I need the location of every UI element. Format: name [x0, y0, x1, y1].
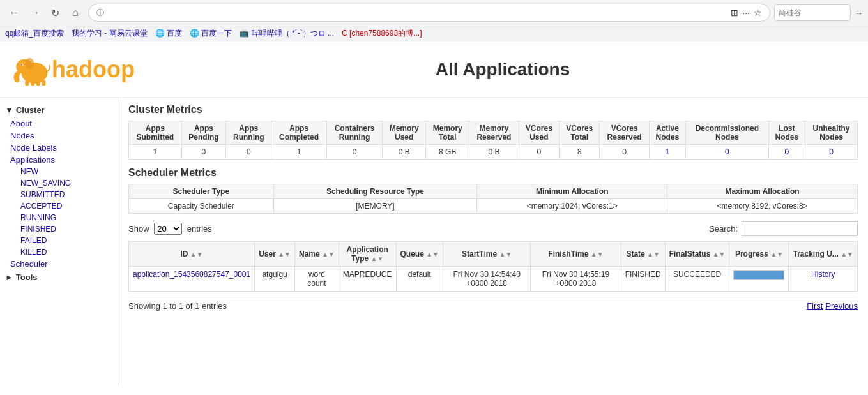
bookmark-qq[interactable]: qq邮箱_百度搜索	[5, 28, 64, 39]
start-sort-icon: ▲▼	[499, 251, 512, 258]
col-active-nodes: ActiveNodes	[649, 121, 685, 145]
val-vcores-used: 0	[519, 145, 559, 160]
bookmark-bilibili[interactable]: 📺 哔哩哔哩（ *´-`）つロ ...	[240, 28, 334, 39]
hadoop-elephant-icon: hadoop	[10, 52, 55, 87]
secure-icon: ⓘ	[96, 8, 104, 19]
sidebar-cluster-header[interactable]: ▼ Cluster	[0, 103, 118, 117]
sidebar-state-new[interactable]: NEW	[5, 166, 118, 177]
val-apps-running: 0	[226, 145, 271, 160]
url-input[interactable]: 192.168.23.101:8088/cluster	[108, 8, 727, 18]
showing-text: Showing 1 to 1 of 1 entries	[128, 301, 227, 311]
col-vcores-reserved: VCoresReserved	[600, 121, 649, 145]
sidebar-state-failed[interactable]: FAILED	[5, 235, 118, 246]
app-id-cell[interactable]: application_1543560827547_0001	[129, 267, 255, 292]
val-lost-nodes[interactable]: 0	[768, 145, 805, 160]
apps-col-final-status[interactable]: FinalStatus ▲▼	[665, 242, 729, 267]
sidebar-applications-link[interactable]: Applications	[0, 154, 118, 166]
sidebar-state-new-saving[interactable]: NEW_SAVING	[5, 177, 118, 189]
sidebar-nodes-link[interactable]: Nodes	[0, 130, 118, 142]
apps-col-progress[interactable]: Progress ▲▼	[729, 242, 789, 267]
forward-button[interactable]: →	[26, 4, 43, 22]
showing-entries-footer: Showing 1 to 1 of 1 entries First Previo…	[128, 297, 858, 315]
svg-rect-5	[25, 80, 29, 86]
search-label: Search:	[709, 224, 738, 234]
val-active-nodes[interactable]: 1	[649, 145, 685, 160]
sidebar-state-accepted[interactable]: ACCEPTED	[5, 200, 118, 212]
previous-button[interactable]: Previous	[825, 301, 858, 311]
apps-col-finish-time[interactable]: FinishTime ▲▼	[531, 242, 621, 267]
apps-col-app-type[interactable]: ApplicationType ▲▼	[339, 242, 396, 267]
state-sort-icon: ▲▼	[647, 251, 660, 258]
apps-col-start-time[interactable]: StartTime ▲▼	[443, 242, 531, 267]
app-progress-cell	[729, 267, 789, 292]
nav-buttons: ← → ↻ ⌂	[5, 4, 84, 22]
cluster-label: Cluster	[16, 105, 45, 115]
home-button[interactable]: ⌂	[66, 4, 84, 22]
apps-col-tracking-url[interactable]: Tracking U... ▲▼	[789, 242, 858, 267]
cluster-toggle-icon: ▼	[5, 105, 13, 115]
user-sort-icon: ▲▼	[278, 251, 291, 258]
sidebar-about-link[interactable]: About	[0, 117, 118, 130]
svg-point-3	[21, 64, 22, 66]
apps-col-state[interactable]: State ▲▼	[621, 242, 665, 267]
sidebar-state-running[interactable]: RUNNING	[5, 212, 118, 223]
val-decommissioned-nodes[interactable]: 0	[686, 145, 769, 160]
col-vcores-used: VCoresUsed	[519, 121, 559, 145]
app-tracking-url-cell[interactable]: History	[789, 267, 858, 292]
tools-label: Tools	[16, 272, 38, 282]
sched-val-max-alloc: <memory:8192, vCores:8>	[667, 199, 858, 214]
page-title: All Applications	[148, 59, 858, 80]
sidebar-state-submitted[interactable]: SUBMITTED	[5, 189, 118, 200]
show-entries-row: Show 20 50 100 entries Search:	[128, 221, 858, 236]
page: hadoop hadoop All Applications ▼ Cluster…	[0, 41, 868, 385]
back-button[interactable]: ←	[5, 4, 23, 22]
scheduler-metrics-title: Scheduler Metrics	[128, 167, 858, 179]
address-bar: ⓘ 192.168.23.101:8088/cluster ⊞ ··· ☆	[88, 4, 770, 22]
bookmark-icon: ☆	[754, 8, 762, 18]
col-containers-running: ContainersRunning	[326, 121, 382, 145]
val-apps-submitted: 1	[129, 145, 182, 160]
progress-sort-icon: ▲▼	[770, 251, 783, 258]
more-icon: ···	[742, 8, 750, 18]
apps-col-user[interactable]: User ▲▼	[255, 242, 295, 267]
val-memory-total: 8 GB	[426, 145, 469, 160]
apps-col-name[interactable]: Name ▲▼	[295, 242, 339, 267]
val-apps-pending: 0	[181, 145, 226, 160]
bookmark-baidu[interactable]: 🌐 百度	[155, 28, 182, 39]
apps-col-queue[interactable]: Queue ▲▼	[396, 242, 443, 267]
qr-icon: ⊞	[731, 8, 738, 18]
col-unhealthy-nodes: UnhealthyNodes	[805, 121, 857, 145]
sidebar-node-labels-link[interactable]: Node Labels	[0, 142, 118, 154]
sidebar-state-finished[interactable]: FINISHED	[5, 223, 118, 235]
svg-rect-7	[36, 80, 40, 86]
entries-select[interactable]: 20 50 100	[154, 223, 182, 235]
sidebar-scheduler-link[interactable]: Scheduler	[0, 258, 118, 270]
bookmark-study[interactable]: 我的学习 - 网易云课堂	[72, 28, 148, 39]
col-memory-used: MemoryUsed	[383, 121, 426, 145]
app-queue-cell: default	[396, 267, 443, 292]
val-unhealthy-nodes[interactable]: 0	[805, 145, 857, 160]
col-lost-nodes: LostNodes	[768, 121, 805, 145]
val-memory-reserved: 0 B	[469, 145, 519, 160]
col-vcores-total: VCoresTotal	[560, 121, 600, 145]
browser-actions: →	[774, 4, 863, 21]
bookmark-baidu2[interactable]: 🌐 百度一下	[190, 28, 232, 39]
show-entries-left: Show 20 50 100 entries	[128, 223, 212, 235]
sidebar-app-states: NEW NEW_SAVING SUBMITTED ACCEPTED RUNNIN…	[0, 166, 118, 258]
app-state-cell: FINISHED	[621, 267, 665, 292]
first-button[interactable]: First	[807, 301, 823, 311]
header: hadoop hadoop All Applications	[0, 41, 868, 98]
col-apps-submitted: AppsSubmitted	[129, 121, 182, 145]
id-sort-icon: ▲▼	[190, 251, 203, 258]
browser-search-input[interactable]	[774, 4, 851, 21]
header-logo: hadoop hadoop All Applications	[10, 52, 858, 87]
bookmark-csdn[interactable]: C [chen7588693的博...]	[342, 28, 422, 39]
reload-button[interactable]: ↻	[46, 4, 64, 22]
sidebar-state-killed[interactable]: KILLED	[5, 246, 118, 258]
apps-col-id[interactable]: ID ▲▼	[129, 242, 255, 267]
sidebar-tools-header[interactable]: ► Tools	[0, 270, 118, 285]
app-finish-time-cell: Fri Nov 30 14:55:19 +0800 2018	[531, 267, 621, 292]
search-input[interactable]	[742, 221, 858, 236]
finish-sort-icon: ▲▼	[591, 251, 604, 258]
sidebar: ▼ Cluster About Nodes Node Labels Applic…	[0, 98, 118, 385]
